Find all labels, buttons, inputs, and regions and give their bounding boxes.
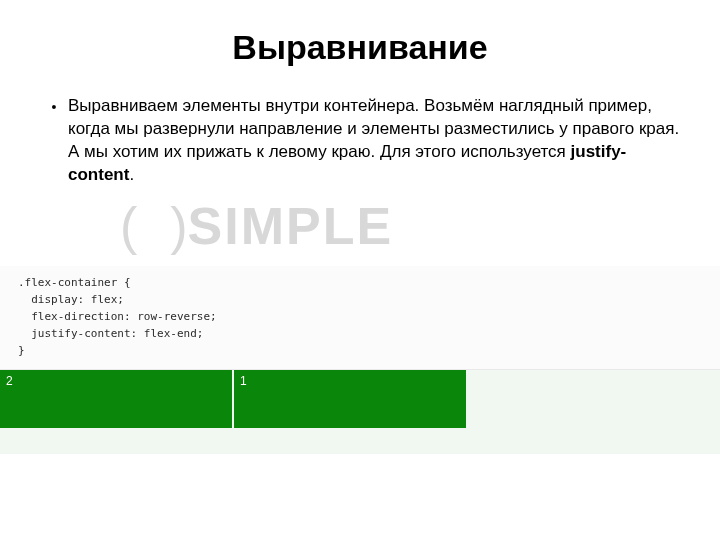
demo-wrap: 1 2 bbox=[0, 370, 720, 454]
page-title: Выравнивание bbox=[40, 28, 680, 67]
bullet-block: • Выравниваем элементы внутри контейнера… bbox=[40, 95, 680, 187]
flex-demo: 1 2 bbox=[0, 370, 720, 428]
watermark: ( )SIMPLE bbox=[120, 196, 393, 256]
flex-item-2: 2 bbox=[0, 370, 232, 428]
code-block: .flex-container { display: flex; flex-di… bbox=[0, 266, 720, 370]
flex-item-1: 1 bbox=[234, 370, 466, 428]
slide: Выравнивание • Выравниваем элементы внут… bbox=[0, 0, 720, 540]
watermark-paren-close: ) bbox=[170, 197, 187, 255]
bullet-marker: • bbox=[40, 95, 68, 119]
watermark-word: SIMPLE bbox=[188, 197, 394, 255]
watermark-paren-open: ( bbox=[120, 197, 137, 255]
bullet-text: Выравниваем элементы внутри контейнера. … bbox=[68, 95, 680, 187]
code-area: .flex-container { display: flex; flex-di… bbox=[0, 266, 720, 454]
bullet-text-post: . bbox=[129, 165, 134, 184]
